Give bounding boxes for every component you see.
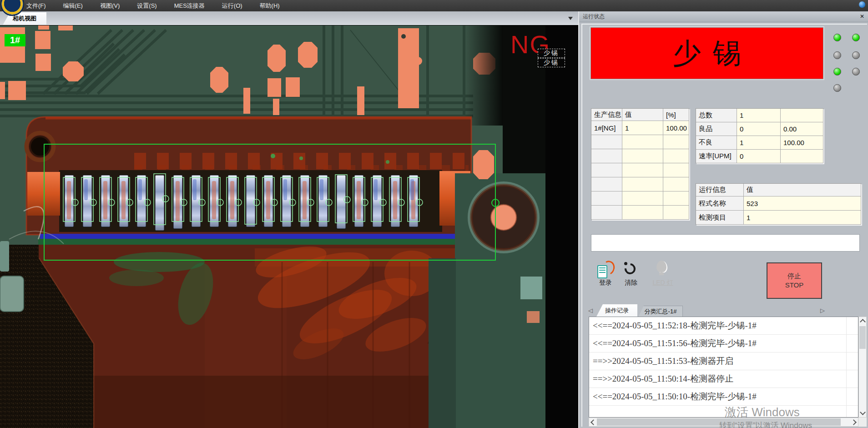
log-row: <<==2024-05-05_11:51:56-检测完毕-少锡-1# — [589, 335, 858, 352]
table-cell — [591, 163, 622, 177]
message-box — [591, 234, 860, 252]
operation-log-list[interactable]: <<==2024-05-05_11:52:18-检测完毕-少锡-1#<<==20… — [589, 317, 858, 418]
login-icon[interactable] — [596, 262, 613, 278]
production-table: 生产信息值[%]1#[NG]1100.00 — [591, 108, 689, 220]
table-cell: 1 — [737, 109, 781, 122]
table-cell — [663, 177, 689, 191]
login-button[interactable]: 登录 — [595, 279, 616, 287]
table-cell — [663, 135, 689, 149]
table-cell: 0 — [737, 150, 781, 163]
table-cell — [663, 163, 689, 177]
scroll-left-icon[interactable] — [590, 419, 596, 425]
defect-labels: 少锡少锡 — [538, 49, 565, 68]
log-column-divider — [846, 317, 847, 417]
vertical-scroll-thumb[interactable] — [859, 326, 866, 349]
table-cell — [622, 135, 663, 149]
table-cell: 检测项目 — [696, 211, 744, 225]
table-cell — [622, 149, 663, 163]
menu-item[interactable]: 编辑(E) — [61, 1, 85, 11]
table-cell — [591, 149, 622, 163]
led-lamp-base — [659, 272, 664, 275]
led-lamp-icon — [656, 261, 666, 272]
table-cell: 不良 — [696, 136, 737, 150]
close-icon[interactable]: ✕ — [858, 13, 866, 20]
tab-category-summary[interactable]: 分类汇总-1# — [638, 306, 683, 317]
flex-cable — [39, 240, 471, 428]
table-cell — [781, 150, 823, 163]
horizontal-scroll-thumb[interactable] — [597, 418, 841, 426]
station-label: 1# — [5, 34, 25, 46]
table-cell — [591, 135, 622, 149]
table-cell: 1 — [737, 136, 781, 150]
vertical-scrollbar[interactable] — [858, 317, 867, 418]
horizontal-scrollbar[interactable] — [589, 418, 858, 427]
app-window: 文件(F)编辑(E)视图(V)设置(S)MES连接器运行(O)帮助(H) 相机视… — [0, 0, 868, 428]
defect-label: 少锡 — [538, 58, 565, 67]
table-cell — [781, 109, 823, 122]
led-button: LED 灯 — [650, 279, 676, 287]
scroll-up-icon[interactable] — [860, 319, 866, 325]
defect-label: 少锡 — [538, 49, 565, 58]
stop-button[interactable]: 停止 STOP — [767, 262, 822, 299]
table-cell — [591, 206, 622, 220]
stats-table: 总数1良品00.00不良1100.00速率[UPM]0 — [696, 108, 823, 163]
menu-item[interactable]: 文件(F) — [25, 1, 48, 11]
status-banner: 少锡 — [590, 27, 823, 79]
indicator-light — [833, 34, 841, 41]
menu-item[interactable]: 设置(S) — [135, 1, 158, 11]
table-cell: 1#[NG] — [591, 121, 622, 135]
camera-view: 1# NG 少锡少锡 — [0, 25, 578, 428]
table-cell: 100.00 — [663, 121, 689, 135]
table-cell — [622, 191, 663, 206]
table-cell: 生产信息 — [591, 109, 622, 121]
tab-operation-log[interactable]: 操作记录 — [596, 304, 637, 317]
tab-scroll-left-icon[interactable]: ◁ — [588, 307, 593, 314]
scroll-right-icon[interactable] — [851, 419, 857, 425]
pcb-photo — [0, 25, 545, 428]
scrollbar-corner — [858, 418, 867, 427]
panel-titlebar: 运行状态 ✕ — [579, 11, 868, 22]
table-cell: 1 — [744, 211, 861, 225]
stop-label-cn: 停止 — [787, 272, 801, 281]
menu-item[interactable]: 帮助(H) — [258, 1, 282, 11]
clear-button[interactable]: 清除 — [623, 279, 639, 287]
log-row: <<==2024-05-05_11:52:18-检测完毕-少锡-1# — [589, 317, 858, 335]
chevron-down-icon[interactable] — [568, 17, 573, 20]
menu-item[interactable]: 视图(V) — [98, 1, 121, 11]
table-cell — [663, 149, 689, 163]
log-row: <<==2024-05-05_11:50:10-检测完毕-少锡-1# — [589, 388, 858, 406]
table-cell: 1 — [622, 121, 663, 135]
table-cell: 总数 — [696, 109, 737, 122]
table-cell — [622, 206, 663, 220]
menu-item[interactable]: 运行(O) — [220, 1, 244, 11]
indicator-light — [833, 68, 841, 76]
table-cell — [622, 163, 663, 177]
menu-item[interactable]: MES连接器 — [172, 1, 207, 11]
tray-blue-icon — [859, 1, 865, 8]
scroll-down-icon[interactable] — [860, 409, 866, 415]
table-cell: 运行信息 — [696, 184, 744, 196]
table-cell: 速率[UPM] — [696, 150, 737, 163]
tab-scroll-right-icon[interactable]: ▷ — [820, 307, 825, 314]
indicator-lights — [833, 34, 862, 94]
runinfo-table: 运行信息值程式名称523检测项目1 — [696, 183, 861, 225]
table-cell: 523 — [744, 196, 861, 211]
table-cell — [663, 191, 689, 206]
menu-items: 文件(F)编辑(E)视图(V)设置(S)MES连接器运行(O)帮助(H) — [25, 1, 282, 11]
via-pad — [468, 181, 540, 253]
camera-tabbar: 相机视图 — [0, 11, 578, 25]
table-cell — [591, 191, 622, 206]
table-cell: [%] — [663, 109, 689, 121]
table-cell — [663, 206, 689, 220]
indicator-light — [833, 51, 841, 59]
table-cell — [591, 177, 622, 191]
table-cell — [622, 177, 663, 191]
panel-title: 运行状态 — [583, 13, 605, 20]
run-status-panel: 运行状态 ✕ 少锡 生产信息值[%]1#[NG]1100.00 总数1良品00.… — [578, 11, 868, 428]
log-row: ==>>2024-05-05_11:51:53-检测器开启 — [589, 352, 858, 370]
table-cell: 100.00 — [781, 136, 823, 150]
indicator-light — [852, 51, 860, 59]
table-cell: 良品 — [696, 122, 737, 136]
stop-label-en: STOP — [785, 281, 804, 290]
log-row: ==>>2024-05-05_11:50:14-检测器停止 — [589, 370, 858, 388]
